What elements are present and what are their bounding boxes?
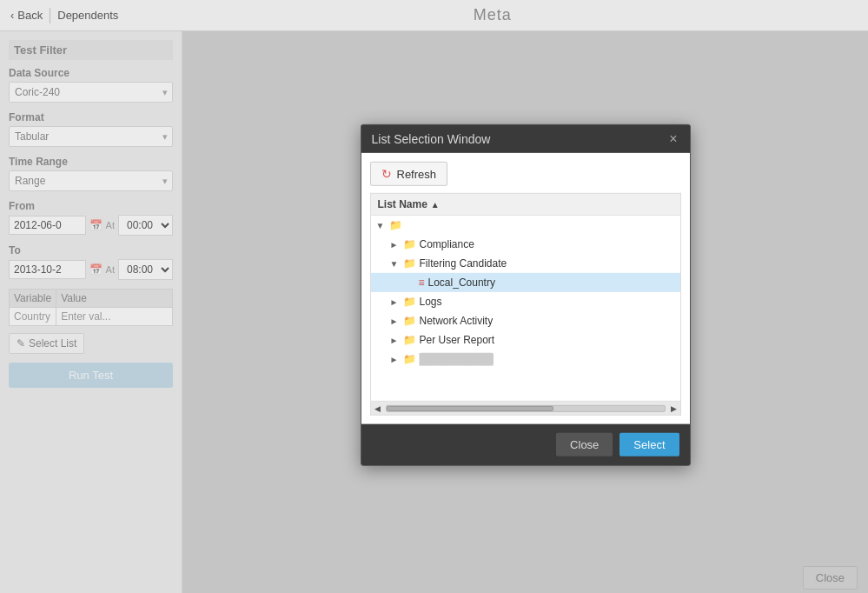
dialog-title: List Selection Window xyxy=(372,132,491,146)
refresh-button[interactable]: ↻ Refresh xyxy=(370,162,448,186)
h-scroll-left-arrow[interactable]: ◀ xyxy=(373,403,382,412)
h-scroll-track[interactable] xyxy=(386,404,666,411)
tree-item-network[interactable]: ► 📁 Network Activity xyxy=(371,311,680,330)
dialog-select-btn[interactable]: Select xyxy=(620,433,679,456)
time-range-select-wrapper: Range xyxy=(9,170,173,191)
format-select[interactable]: Tabular xyxy=(9,126,173,147)
to-date-row: 📅 At 08:00 xyxy=(9,259,173,280)
nav-divider xyxy=(50,8,50,23)
run-test-label: Run Test xyxy=(69,369,113,382)
tree-item-local-country[interactable]: ≡ Local_Country xyxy=(371,273,680,292)
select-list-button[interactable]: ✎ Select List xyxy=(9,333,84,354)
logs-label: Logs xyxy=(420,296,442,308)
dialog-body: ↻ Refresh List Name ▲ ▼ 📁 ► xyxy=(361,153,690,424)
tree-item-logs[interactable]: ► 📁 Logs xyxy=(371,292,680,311)
to-label: To xyxy=(9,244,173,257)
tree-item-blurred[interactable]: ► 📁 ██████████ xyxy=(371,350,680,369)
folder-icon-logs: 📁 xyxy=(403,296,416,308)
variable-cell: Country xyxy=(10,308,56,326)
refresh-label: Refresh xyxy=(397,167,437,180)
network-label: Network Activity xyxy=(420,315,494,327)
format-select-wrapper: Tabular xyxy=(9,126,173,147)
variable-col-header: Variable xyxy=(10,290,56,308)
to-at-label: At xyxy=(106,264,115,275)
expand-icon-per-user: ► xyxy=(390,335,401,344)
back-arrow-icon: ‹ xyxy=(10,9,14,22)
format-label: Format xyxy=(9,111,173,123)
from-date-row: 📅 At 00:00 xyxy=(9,215,173,236)
folder-icon-compliance: 📁 xyxy=(403,238,416,250)
from-date-input[interactable] xyxy=(9,216,86,235)
expand-icon-network: ► xyxy=(390,316,401,325)
dialog-header: List Selection Window × xyxy=(361,125,690,153)
sort-arrow-icon: ▲ xyxy=(431,199,440,209)
dialog-close-button[interactable]: × xyxy=(667,132,679,146)
dependents-link[interactable]: Dependents xyxy=(57,9,118,22)
back-label: Back xyxy=(17,9,43,22)
back-button[interactable]: ‹ Back xyxy=(10,9,43,22)
local-country-label: Local_Country xyxy=(428,277,495,289)
run-test-button[interactable]: Run Test xyxy=(9,363,173,388)
from-at-label: At xyxy=(106,220,115,230)
from-label: From xyxy=(9,200,173,212)
to-date-input[interactable] xyxy=(9,260,86,279)
data-source-select-wrapper: Coric-240 xyxy=(9,82,173,103)
folder-icon-network: 📁 xyxy=(403,315,416,327)
expand-icon-blurred: ► xyxy=(390,354,401,363)
tree-container[interactable]: ▼ 📁 ► 📁 Compliance ▼ 📁 Filtering Candida… xyxy=(370,215,681,402)
tree-item-root[interactable]: ▼ 📁 xyxy=(371,216,680,235)
panel-title: Test Filter xyxy=(9,40,173,60)
blurred-label: ██████████ xyxy=(420,353,494,365)
time-range-label: Time Range xyxy=(9,156,173,168)
from-cal-icon[interactable]: 📅 xyxy=(89,219,103,231)
right-area: List Selection Window × ↻ Refresh List N… xyxy=(182,31,868,593)
compliance-label: Compliance xyxy=(420,238,474,250)
table-row: Country xyxy=(10,308,173,326)
h-scrollbar[interactable]: ◀ ▶ xyxy=(370,402,681,416)
value-cell xyxy=(56,308,173,326)
list-name-label: List Name xyxy=(378,198,427,210)
to-time-select[interactable]: 08:00 xyxy=(118,259,173,280)
data-source-label: Data Source xyxy=(9,67,173,79)
from-group: From 📅 At 00:00 xyxy=(9,200,173,236)
value-input[interactable] xyxy=(61,310,168,323)
h-scroll-right-arrow[interactable]: ▶ xyxy=(669,403,679,412)
format-group: Format Tabular xyxy=(9,111,173,147)
to-group: To 📅 At 08:00 xyxy=(9,244,173,280)
filtering-label: Filtering Candidate xyxy=(420,257,507,270)
page-title: Meta xyxy=(127,6,858,24)
h-scroll-thumb[interactable] xyxy=(387,405,553,410)
refresh-icon: ↻ xyxy=(381,167,392,181)
edit-icon: ✎ xyxy=(17,337,25,350)
tree-item-per-user[interactable]: ► 📁 Per User Report xyxy=(371,330,680,350)
value-col-header: Value xyxy=(56,290,173,308)
variable-table: Variable Value Country xyxy=(9,289,173,326)
data-source-select[interactable]: Coric-240 xyxy=(9,82,173,103)
dialog-footer: Close Select xyxy=(361,424,690,465)
dialog-close-btn[interactable]: Close xyxy=(556,433,613,456)
left-panel: Test Filter Data Source Coric-240 Format… xyxy=(0,31,182,593)
from-time-select[interactable]: 00:00 xyxy=(118,215,173,236)
nav-left: ‹ Back Dependents xyxy=(10,8,118,23)
folder-icon-blurred: 📁 xyxy=(403,353,416,365)
top-bar: ‹ Back Dependents Meta xyxy=(0,0,868,31)
select-list-label: Select List xyxy=(29,337,76,350)
root-folder-icon: 📁 xyxy=(389,219,402,231)
list-name-header: List Name ▲ xyxy=(370,193,681,215)
time-range-group: Time Range Range xyxy=(9,156,173,191)
expand-icon-compliance: ► xyxy=(390,239,401,249)
expand-icon-root: ▼ xyxy=(376,220,387,230)
per-user-label: Per User Report xyxy=(420,334,495,346)
list-icon-local: ≡ xyxy=(419,277,425,289)
list-selection-dialog: List Selection Window × ↻ Refresh List N… xyxy=(361,124,691,466)
tree-item-filtering[interactable]: ▼ 📁 Filtering Candidate xyxy=(371,254,680,273)
folder-icon-per-user: 📁 xyxy=(403,334,416,346)
expand-icon-filtering: ▼ xyxy=(390,258,401,268)
data-source-group: Data Source Coric-240 xyxy=(9,67,173,103)
tree-item-compliance[interactable]: ► 📁 Compliance xyxy=(371,235,680,254)
main-content: Test Filter Data Source Coric-240 Format… xyxy=(0,31,868,593)
folder-icon-filtering: 📁 xyxy=(403,257,416,270)
expand-icon-logs: ► xyxy=(390,296,401,306)
time-range-select[interactable]: Range xyxy=(9,170,173,191)
to-cal-icon[interactable]: 📅 xyxy=(89,263,103,276)
